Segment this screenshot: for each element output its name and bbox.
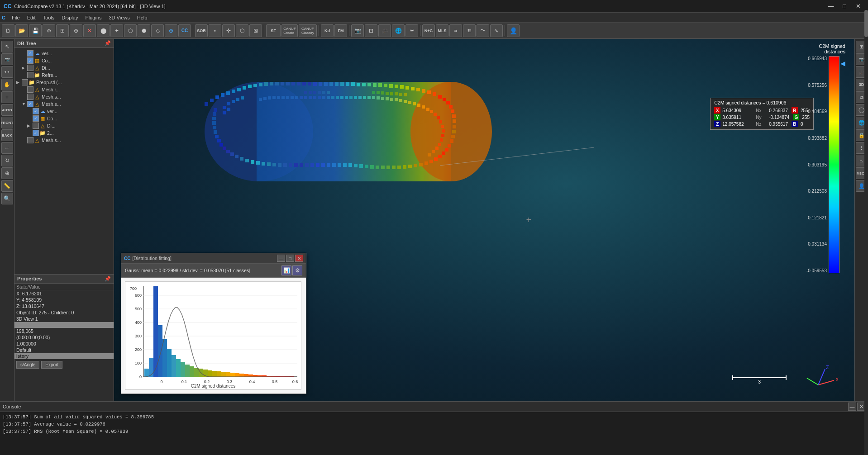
lt-camera2[interactable]: 📷 (1, 53, 13, 65)
menu-plugins[interactable]: Plugins (81, 14, 105, 21)
tb-star[interactable]: ⋆ (209, 24, 221, 37)
tree-item-2[interactable]: ✓ 📁 2... (16, 129, 112, 137)
lt-move[interactable]: ↔ (1, 142, 13, 154)
tree-item-refre[interactable]: 📁 Refre... (16, 71, 112, 79)
tb-screenshot[interactable]: 📷 (351, 24, 364, 37)
checkbox-meshs3[interactable] (27, 137, 33, 143)
tree-item-di1[interactable]: ▶ △ Di... (16, 64, 112, 71)
menu-display[interactable]: Display (58, 14, 81, 21)
properties-pin[interactable]: 📌 (105, 276, 111, 282)
tree-item-co1[interactable]: ✓ ▦ Co... (16, 57, 112, 64)
tb-delete[interactable]: ✕ (83, 24, 96, 37)
checkbox-meshs1[interactable] (27, 94, 33, 100)
lt-back[interactable]: BACK (1, 129, 13, 141)
checkbox-meshr[interactable] (27, 86, 33, 93)
distfit-chart-btn[interactable]: 📊 (281, 265, 291, 275)
lt-pan[interactable]: ✋ (1, 79, 13, 90)
tb-wave1[interactable]: ≈ (449, 24, 462, 37)
close-button[interactable]: ✕ (852, 0, 864, 13)
tb-hex[interactable]: ⬡ (236, 24, 248, 37)
menu-tools[interactable]: Tools (39, 14, 58, 21)
tb-save[interactable]: 💾 (29, 24, 42, 37)
tb-normals[interactable]: ⬡ (124, 24, 137, 37)
menu-file[interactable]: File (8, 14, 24, 21)
tb-labels[interactable]: ⊞ (56, 24, 69, 37)
tb-wave4[interactable]: ∿ (490, 24, 503, 37)
menu-3dviews[interactable]: 3D Views (105, 14, 134, 21)
tb-merge[interactable]: ⊕ (70, 24, 82, 37)
distfit-close[interactable]: ✕ (295, 255, 303, 262)
checkbox-di2[interactable] (33, 123, 39, 129)
menu-edit[interactable]: Edit (24, 14, 39, 21)
tb-sor[interactable]: SOR (195, 24, 208, 37)
tb-globe[interactable]: 🌐 (392, 24, 405, 37)
tree-item-meshs2[interactable]: ▼ ✓ △ Mesh.s... (16, 100, 112, 108)
tb-cc-icon[interactable]: CC (178, 24, 191, 37)
lt-1to1[interactable]: 1:1 (1, 66, 13, 78)
lt-rotate[interactable]: ↻ (1, 155, 13, 166)
maximize-button[interactable]: □ (838, 0, 851, 13)
tb-new[interactable]: 🗋 (2, 24, 14, 37)
console-scrollthumb[interactable] (864, 10, 868, 37)
tb-mls[interactable]: MLS (436, 24, 448, 37)
viewport-3d[interactable]: C2M signed distances = 0.610906 X 5.6343… (114, 39, 868, 401)
distfit-restore[interactable]: □ (286, 255, 294, 262)
tree-item-meshs3[interactable]: △ Mesh.s... (16, 137, 112, 144)
tb-canufo-classify-btn[interactable]: CANUFClassify (299, 24, 317, 37)
lt-zoom[interactable]: + (1, 91, 13, 103)
checkbox-co2[interactable]: ✓ (33, 115, 39, 122)
tb-open[interactable]: 📂 (15, 24, 28, 37)
console-minimize[interactable]: — (848, 403, 856, 411)
tree-item-co2[interactable]: ✓ ▦ Co... (16, 115, 112, 122)
tb-compass[interactable]: ⊠ (249, 24, 262, 37)
lt-search[interactable]: 🔍 (1, 193, 13, 204)
tb-view-params[interactable]: ⊡ (365, 24, 377, 37)
checkbox-meshs2[interactable]: ✓ (27, 101, 33, 107)
tb-colorize[interactable]: ⊕ (165, 24, 177, 37)
dbtree-pin[interactable]: 📌 (105, 40, 111, 46)
distfit-settings-btn[interactable]: ⚙ (292, 265, 302, 275)
distfit-minimize[interactable]: — (277, 255, 285, 262)
menu-help[interactable]: Help (134, 14, 151, 21)
checkbox-ver1[interactable]: ✓ (27, 50, 33, 57)
lt-front[interactable]: FRONT (1, 117, 13, 128)
tab-sangle[interactable]: s/Angle (16, 361, 39, 369)
lt-scale[interactable]: ⊕ (1, 167, 13, 179)
tb-camera[interactable]: 🎥 (378, 24, 391, 37)
console-body[interactable]: [13:37:57] Sum of all valid squared valu… (0, 412, 868, 455)
tree-item-di2[interactable]: ▶ △ Di... (16, 122, 112, 129)
minimize-button[interactable]: — (825, 0, 837, 13)
tree-item-ver1[interactable]: ✓ ☁ ver... (16, 50, 112, 57)
tab-export[interactable]: Export (41, 361, 62, 369)
console-scrollbar[interactable] (864, 10, 868, 455)
tb-lights[interactable]: ☀ (405, 24, 418, 37)
lt-auto[interactable]: AUTO (1, 104, 13, 116)
tb-fm[interactable]: FM (334, 24, 347, 37)
lt-pointer[interactable]: ↖ (1, 41, 13, 52)
tb-wave2[interactable]: ≋ (463, 24, 476, 37)
checkbox-prepp[interactable] (22, 79, 28, 85)
tb-nc[interactable]: N+C (422, 24, 435, 37)
dbtree[interactable]: ✓ ☁ ver... ✓ ▦ Co... ▶ △ Di... (14, 48, 114, 274)
checkbox-2[interactable]: ✓ (33, 130, 39, 136)
tb-canufo-create-btn[interactable]: CANUFCreate (281, 24, 298, 37)
tree-item-ver2[interactable]: ✓ ☁ ver... (16, 108, 112, 115)
distfit-titlebar[interactable]: CC [Distribution fitting] — □ ✕ (121, 253, 306, 264)
checkbox-refre[interactable] (27, 72, 33, 78)
tb-subsample[interactable]: ✦ (110, 24, 123, 37)
tree-item-meshr[interactable]: △ Mesh.r... (16, 86, 112, 93)
tb-sample[interactable]: ⬤ (97, 24, 110, 37)
checkbox-co1[interactable]: ✓ (27, 57, 33, 64)
tb-sf[interactable]: SF (266, 24, 281, 37)
tb-octree[interactable]: ⬣ (138, 24, 150, 37)
tb-kd[interactable]: Kd (321, 24, 334, 37)
tree-item-prepp[interactable]: ▶ 📁 Prepp.stl (... (16, 79, 112, 86)
lt-measure[interactable]: 📏 (1, 180, 13, 192)
tb-sensor[interactable]: ◇ (151, 24, 164, 37)
tb-wave3[interactable]: 〜 (477, 24, 489, 37)
tb-user[interactable]: 👤 (507, 24, 520, 37)
tb-properties[interactable]: ⚙ (43, 24, 55, 37)
checkbox-ver2[interactable]: ✓ (33, 108, 39, 114)
checkbox-di1[interactable] (27, 65, 33, 71)
tree-item-meshs1[interactable]: △ Mesh.s... (16, 93, 112, 100)
